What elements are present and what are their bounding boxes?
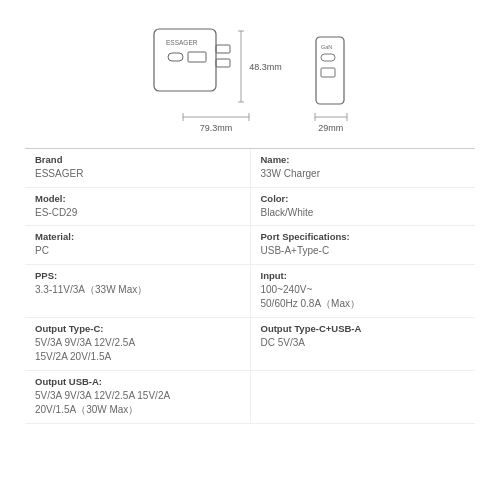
cell-left-4: Output Type-C:5V/3A 9V/3A 12V/2.5A 15V/2… xyxy=(25,318,251,370)
value-left-3: 3.3-11V/3A（33W Max） xyxy=(35,283,240,298)
cell-right-3: Input:100~240V~ 50/60Hz 0.8A（Max） xyxy=(251,265,476,317)
depth-dim-container: 29mm xyxy=(313,111,349,133)
height-arrow xyxy=(235,29,247,104)
value-right-2: USB-A+Type-C xyxy=(261,244,466,259)
label-right-1: Color: xyxy=(261,193,466,204)
value-left-0: ESSAGER xyxy=(35,167,240,182)
side-view-container: GaN 29mm xyxy=(312,33,350,133)
value-left-5: 5V/3A 9V/3A 12V/2.5A 15V/2A 20V/1.5A（30W… xyxy=(35,389,240,418)
row-3: PPS:3.3-11V/3A（33W Max）Input:100~240V~ 5… xyxy=(25,265,475,318)
charger-front-diagram: ESSAGER xyxy=(150,25,235,100)
diagram-area: ESSAGER 48.3mm xyxy=(25,15,475,148)
row-4: Output Type-C:5V/3A 9V/3A 12V/2.5A 15V/2… xyxy=(25,318,475,371)
label-right-0: Name: xyxy=(261,154,466,165)
cell-right-1: Color:Black/White xyxy=(251,188,476,226)
depth-value: 29mm xyxy=(318,123,343,133)
value-right-0: 33W Charger xyxy=(261,167,466,182)
label-left-5: Output USB-A: xyxy=(35,376,240,387)
label-left-2: Material: xyxy=(35,231,240,242)
value-left-1: ES-CD29 xyxy=(35,206,240,221)
value-left-4: 5V/3A 9V/3A 12V/2.5A 15V/2A 20V/1.5A xyxy=(35,336,240,365)
width-arrow xyxy=(181,111,251,123)
label-left-4: Output Type-C: xyxy=(35,323,240,334)
height-value: 48.3mm xyxy=(249,62,282,72)
height-dim-label: 48.3mm xyxy=(235,29,282,104)
row-2: Material:PCPort Specifications:USB-A+Typ… xyxy=(25,226,475,265)
width-dim-container: 79.3mm xyxy=(181,111,251,133)
cell-left-5: Output USB-A:5V/3A 9V/3A 12V/2.5A 15V/2A… xyxy=(25,371,251,423)
row-0: BrandESSAGERName:33W Charger xyxy=(25,149,475,188)
svg-rect-15 xyxy=(321,68,335,77)
height-dim: 48.3mm xyxy=(235,25,282,108)
svg-text:ESSAGER: ESSAGER xyxy=(166,39,198,46)
label-left-3: PPS: xyxy=(35,270,240,281)
cell-right-5 xyxy=(251,371,476,423)
cell-right-4: Output Type-C+USB-ADC 5V/3A xyxy=(251,318,476,370)
svg-rect-2 xyxy=(168,53,183,61)
cell-left-3: PPS:3.3-11V/3A（33W Max） xyxy=(25,265,251,317)
cell-left-1: Model:ES-CD29 xyxy=(25,188,251,226)
label-right-2: Port Specifications: xyxy=(261,231,466,242)
row-5: Output USB-A:5V/3A 9V/3A 12V/2.5A 15V/2A… xyxy=(25,371,475,424)
cell-left-0: BrandESSAGER xyxy=(25,149,251,187)
label-left-1: Model: xyxy=(35,193,240,204)
svg-rect-5 xyxy=(216,59,230,67)
label-right-3: Input: xyxy=(261,270,466,281)
value-right-4: DC 5V/3A xyxy=(261,336,466,351)
width-value: 79.3mm xyxy=(200,123,233,133)
specs-table: BrandESSAGERName:33W ChargerModel:ES-CD2… xyxy=(25,148,475,485)
svg-rect-4 xyxy=(216,45,230,53)
value-right-1: Black/White xyxy=(261,206,466,221)
depth-arrow xyxy=(313,111,349,123)
value-right-3: 100~240V~ 50/60Hz 0.8A（Max） xyxy=(261,283,466,312)
value-left-2: PC xyxy=(35,244,240,259)
cell-left-2: Material:PC xyxy=(25,226,251,264)
svg-rect-14 xyxy=(321,54,335,61)
page: ESSAGER 48.3mm xyxy=(0,0,500,500)
svg-text:GaN: GaN xyxy=(321,44,332,50)
cell-right-0: Name:33W Charger xyxy=(251,149,476,187)
svg-rect-3 xyxy=(188,52,206,62)
front-view-container: ESSAGER 48.3mm xyxy=(150,25,282,133)
label-right-4: Output Type-C+USB-A xyxy=(261,323,466,334)
row-1: Model:ES-CD29Color:Black/White xyxy=(25,188,475,227)
cell-right-2: Port Specifications:USB-A+Type-C xyxy=(251,226,476,264)
front-view-with-dim: ESSAGER 48.3mm xyxy=(150,25,282,108)
label-left-0: Brand xyxy=(35,154,240,165)
side-view-with-dim: GaN xyxy=(312,33,350,108)
charger-side-diagram: GaN xyxy=(312,33,350,108)
